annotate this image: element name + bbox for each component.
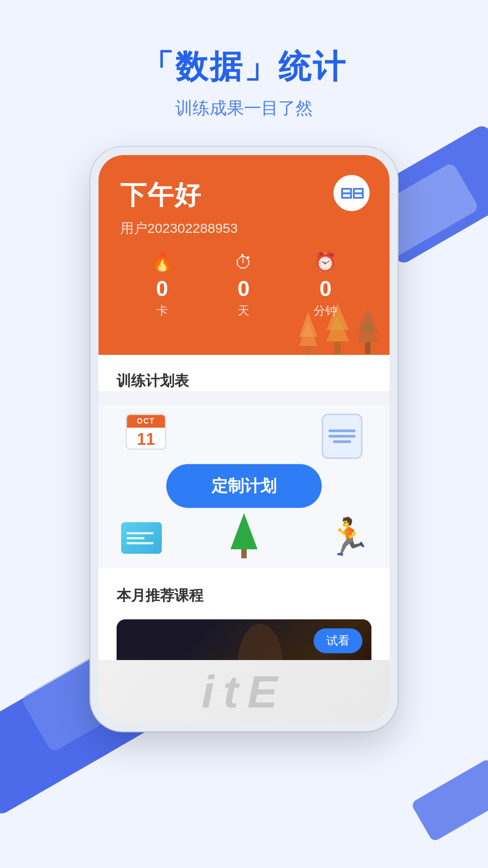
days-unit: 天 [235, 303, 253, 319]
book-icon [121, 522, 162, 554]
minutes-unit: 分钟 [314, 303, 337, 319]
svg-rect-2 [306, 346, 310, 354]
svg-rect-8 [365, 342, 371, 354]
bg-decoration-bottom-right [410, 758, 488, 843]
plan-title-section: 训练计划表 [99, 355, 389, 391]
app-header: 下午好 用户202302288953 ⊟⊟ 🔥 0 卡 ⏱ 0 [99, 155, 389, 355]
page-subtitle: 训练成果一目了然 [0, 97, 488, 120]
page-header: 「数据」统计 训练成果一目了然 [0, 0, 488, 147]
plan-section-title: 训练计划表 [117, 371, 371, 391]
svg-rect-5 [334, 341, 341, 354]
stat-minutes: ⏰ 0 分钟 [314, 251, 337, 319]
page-title: 「数据」统计 [0, 45, 488, 89]
fire-icon: 🔥 [151, 251, 174, 273]
header-trees [297, 301, 380, 355]
bottom-watermark: itE [99, 660, 389, 723]
timer-icon: ⏱ [235, 252, 253, 273]
phone-screen: 下午好 用户202302288953 ⊟⊟ 🔥 0 卡 ⏱ 0 [99, 155, 389, 723]
gym-icon-button[interactable]: ⊟⊟ [333, 175, 370, 211]
stat-days: ⏱ 0 天 [235, 252, 253, 319]
pine-tree-icon [230, 513, 258, 558]
days-value: 0 [235, 276, 253, 301]
phone-mockup: 下午好 用户202302288953 ⊟⊟ 🔥 0 卡 ⏱ 0 [90, 147, 398, 731]
minutes-value: 0 [314, 276, 337, 301]
dumbbell-icon: ⊟⊟ [340, 184, 363, 202]
alarm-icon: ⏰ [314, 251, 337, 273]
courses-section-title: 本月推荐课程 [117, 586, 371, 606]
calories-unit: 卡 [151, 303, 174, 319]
user-id-text: 用户202302288953 [120, 219, 368, 238]
calendar-icon: OCT 11 [126, 414, 166, 450]
tablet-icon [322, 414, 362, 459]
phone-wrapper: 下午好 用户202302288953 ⊟⊟ 🔥 0 卡 ⏱ 0 [0, 147, 488, 731]
stat-calories: 🔥 0 卡 [151, 251, 174, 319]
greeting-text: 下午好 [120, 178, 368, 213]
runner-icon: 🏃 [326, 516, 371, 558]
customize-plan-button[interactable]: 定制计划 [166, 464, 322, 508]
bottom-text: itE [202, 666, 286, 718]
trial-badge[interactable]: 试看 [314, 628, 362, 653]
calories-value: 0 [151, 276, 174, 301]
tree-dark-icon [356, 305, 380, 355]
plan-section: OCT 11 定制你自己的训练 定制计划 [99, 405, 389, 567]
stats-row: 🔥 0 卡 ⏱ 0 天 ⏰ 0 分钟 [120, 251, 368, 319]
